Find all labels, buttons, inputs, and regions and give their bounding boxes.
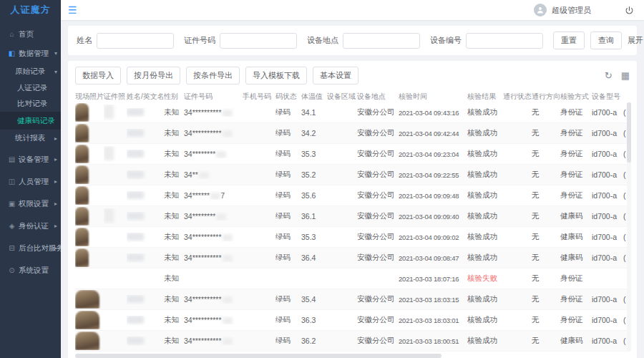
cell-id: 34**********	[184, 108, 243, 117]
table-row[interactable]: 未知34**********绿码34.1安徽分公司2021-03-04 09:4…	[75, 102, 630, 123]
sidebar-item-统计报表[interactable]: 统计报表▸	[0, 130, 61, 147]
column-settings-icon[interactable]: ▦	[621, 70, 630, 81]
cell-method: 健康码	[560, 253, 592, 263]
user-icon	[536, 6, 545, 14]
table-row[interactable]: 未知34******7绿码35.6安徽分公司2021-03-04 09:09:4…	[75, 185, 630, 206]
sidebar-item-数据管理[interactable]: ◧数据管理▾	[0, 44, 61, 63]
username-label[interactable]: 超级管理员	[552, 5, 591, 16]
cell-method: 身份证	[560, 149, 592, 159]
cell-temp: 34.1	[301, 108, 327, 117]
template-download-button[interactable]: 导入模板下载	[245, 67, 307, 84]
table-row[interactable]: 未知34********绿码36.1安徽分公司2021-03-04 09:09:…	[75, 206, 630, 227]
hamburger-icon[interactable]: ☰	[68, 4, 77, 16]
cell-photo	[75, 311, 104, 329]
chevron-right-icon: ▸	[54, 156, 57, 163]
export-by-condition-button[interactable]: 按条件导出	[186, 67, 240, 84]
name-blur	[127, 233, 144, 241]
cell-name	[127, 253, 164, 263]
reset-button[interactable]: 重置	[553, 32, 585, 49]
scene-photo	[75, 290, 99, 309]
table-row[interactable]: 未知34********绿码35.3安徽分公司2021-03-04 09:23:…	[75, 144, 630, 165]
sidebar-item-权限设置[interactable]: ▣权限设置▸	[0, 194, 61, 213]
filter-label-name: 姓名	[77, 35, 92, 46]
cell-direction: 无	[532, 107, 560, 117]
cell-time: 2021-03-04 09:23:04	[399, 150, 467, 158]
sidebar-item-比对记录[interactable]: 比对记录	[0, 96, 61, 112]
id-photo-blur	[104, 208, 114, 223]
name-blur	[127, 170, 144, 178]
cell-result: 核验成功	[467, 107, 503, 117]
query-button[interactable]: 查询	[590, 32, 622, 49]
column-header-idphoto: 证件照	[104, 92, 127, 102]
sidebar-item-设备管理[interactable]: ▤设备管理▸	[0, 150, 61, 169]
table-row[interactable]: 未知34**********绿码36.4安徽分公司2021-03-04 09:0…	[75, 248, 630, 268]
cell-model: id700-a	[592, 233, 623, 241]
column-header-method: 核验方式	[560, 92, 592, 102]
cell-model: id700-a	[592, 108, 623, 117]
sidebar-item-健康码记录[interactable]: 健康码记录	[0, 112, 61, 130]
expand-button[interactable]: 展开 ▴	[628, 35, 644, 46]
basic-settings-button[interactable]: 基本设置	[313, 67, 358, 84]
horizontal-scrollbar-thumb[interactable]	[75, 354, 441, 358]
id-number-blur	[216, 151, 226, 158]
column-header-direction: 通行方向	[532, 92, 560, 102]
cell-photo	[75, 248, 104, 267]
filter-field-id-number: 证件号码	[184, 33, 297, 49]
cell-time: 2021-03-04 09:09:48	[399, 192, 467, 200]
sidebar-item-后台比对服务[interactable]: ⊟后台比对服务▸	[0, 238, 61, 258]
cell-result: 核验失败	[467, 274, 503, 284]
cell-photo	[75, 124, 104, 142]
cell-time: 2021-03-03 18:03:15	[399, 296, 467, 304]
cell-direction: 无	[532, 149, 560, 159]
name-input[interactable]	[97, 33, 174, 49]
service-icon: ⊟	[7, 244, 16, 252]
sidebar-item-label: 人证记录	[17, 83, 47, 93]
id-number-blur	[210, 193, 220, 200]
sidebar-item-人员管理[interactable]: ◫人员管理▸	[0, 172, 61, 191]
sidebar-item-首页[interactable]: ⌂首页	[0, 24, 61, 44]
id-number-input[interactable]	[220, 33, 297, 49]
export-by-month-button[interactable]: 按月份导出	[127, 67, 180, 84]
sidebar-item-人证记录[interactable]: 人证记录	[0, 80, 61, 96]
sidebar-item-系统设置[interactable]: ⊙系统设置	[0, 261, 61, 280]
device-number-input[interactable]	[466, 33, 543, 49]
cell-model: id700-a	[592, 316, 623, 324]
cell-method: 身份证	[560, 128, 592, 138]
table-row[interactable]: 未知34**********绿码35.4安徽分公司2021-03-03 18:0…	[75, 289, 630, 310]
filter-fields: 姓名证件号码设备地点设备编号	[77, 33, 553, 49]
cell-name	[127, 108, 164, 117]
sidebar-item-身份认证[interactable]: ◈身份认证▸	[0, 216, 61, 236]
cell-code: 绿码	[275, 253, 301, 263]
id-photo-blur	[104, 105, 114, 119]
filter-label-id-number: 证件号码	[184, 35, 215, 46]
table-row[interactable]: 未知34**********绿码34.2安徽分公司2021-03-04 09:4…	[75, 123, 630, 144]
sidebar-item-label: 比对记录	[17, 99, 47, 109]
column-header-name: 姓名/英文名	[127, 92, 164, 102]
filter-bar: 姓名证件号码设备地点设备编号 重置 查询 展开 ▴	[68, 26, 637, 55]
filter-label-device-number: 设备编号	[430, 35, 462, 46]
table-row[interactable]: 未知34**********绿码35.3安徽分公司2021-03-04 09:0…	[75, 227, 630, 248]
table-row[interactable]: 未知34**********绿码36.2安徽分公司2021-03-03 18:0…	[75, 331, 630, 352]
scene-photo	[75, 145, 89, 163]
logout-power-icon[interactable]	[625, 6, 634, 15]
table-row[interactable]: 未知2021-03-03 18:07:16核验失败无身份证	[75, 268, 630, 289]
data-import-button[interactable]: 数据导入	[75, 67, 121, 84]
filter-actions: 重置 查询 展开 ▴	[553, 32, 644, 49]
refresh-icon[interactable]: ↻	[605, 70, 613, 81]
cell-id: 34********	[184, 212, 243, 221]
cell-photo	[75, 186, 104, 205]
sidebar-item-原始记录[interactable]: 原始记录▾	[0, 63, 61, 80]
cell-id: 34**	[184, 170, 243, 179]
scene-photo	[75, 228, 89, 246]
cell-name	[127, 337, 164, 346]
cell-code: 绿码	[275, 190, 301, 200]
table-row[interactable]: 未知34**绿码35.2安徽分公司2021-03-04 09:22:55核验成功…	[75, 165, 630, 185]
cell-gender: 未知	[164, 253, 184, 263]
chevron-right-icon: ▸	[54, 223, 57, 229]
cell-photo	[75, 290, 104, 309]
device-location-input[interactable]	[343, 33, 420, 49]
chevron-down-icon: ▾	[54, 50, 57, 57]
avatar[interactable]	[534, 4, 547, 16]
table-row[interactable]: 未知34**********绿码36.3安徽分公司2021-03-03 18:0…	[75, 310, 630, 331]
vertical-scrollbar[interactable]	[627, 102, 631, 352]
